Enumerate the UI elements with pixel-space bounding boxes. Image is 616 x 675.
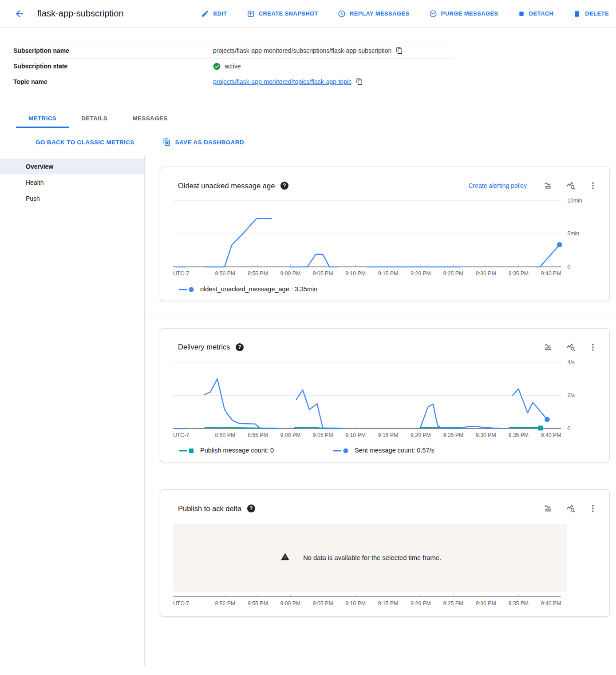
svg-text:9:05 PM: 9:05 PM (313, 270, 333, 277)
edit-button[interactable]: EDIT (201, 10, 227, 18)
svg-text:8:55 PM: 8:55 PM (248, 600, 268, 607)
svg-text:UTC-7: UTC-7 (173, 600, 189, 607)
chart-card-publish-to-ack-delta: Publish to ack delta ? UTC- (160, 489, 610, 616)
waves-icon[interactable] (543, 342, 553, 353)
svg-text:9:25 PM: 9:25 PM (443, 270, 464, 277)
tab-metrics[interactable]: METRICS (16, 109, 69, 128)
subscription-name-label: Subscription name (13, 47, 213, 54)
trash-icon (573, 10, 581, 18)
svg-text:9:25 PM: 9:25 PM (443, 600, 464, 607)
sidebar-item-overview[interactable]: Overview (0, 159, 144, 175)
svg-text:9:35 PM: 9:35 PM (508, 600, 529, 607)
svg-text:No data is available for the s: No data is available for the selected ti… (303, 555, 441, 562)
save-as-dashboard-button[interactable]: SAVE AS DASHBOARD (163, 138, 244, 146)
subscription-name-value: projects/flask-app-monitored/subscriptio… (213, 47, 391, 54)
svg-text:8:50 PM: 8:50 PM (215, 270, 236, 277)
metrics-subtoolbar: GO BACK TO CLASSIC METRICS SAVE AS DASHB… (0, 128, 616, 156)
svg-text:9:10 PM: 9:10 PM (345, 270, 366, 277)
svg-text:9:10 PM: 9:10 PM (345, 600, 366, 607)
go-back-classic-metrics-link[interactable]: GO BACK TO CLASSIC METRICS (36, 139, 134, 146)
svg-text:0: 0 (567, 425, 570, 432)
oldest-unacked-message-age-chart: 05min10minUTC-78:50 PM8:55 PM9:00 PM9:05… (171, 197, 602, 281)
svg-text:9:30 PM: 9:30 PM (476, 600, 496, 607)
svg-text:9:40 PM: 9:40 PM (541, 270, 561, 277)
svg-text:UTC-7: UTC-7 (173, 432, 189, 438)
chart-card-oldest-unacked-message-age: Oldest unacked message age ? Create aler… (160, 167, 610, 301)
subscription-state-row: Subscription state active (13, 58, 454, 74)
history-clock-icon (338, 10, 346, 18)
copy-icon (396, 47, 403, 54)
tab-details[interactable]: DETAILS (69, 109, 120, 128)
topic-link[interactable]: projects/flask-app-monitored/topics/flas… (213, 78, 351, 85)
delete-button[interactable]: DELETE (573, 10, 609, 18)
delivery-metrics-chart: 02/s4/sUTC-78:50 PM8:55 PM9:00 PM9:05 PM… (171, 359, 602, 443)
legend-label: oldest_unacked_message_age : 3.35min (200, 286, 317, 293)
chart-legend: oldest_unacked_message_age : 3.35min (179, 286, 602, 293)
copy-topic-name-button[interactable] (356, 78, 363, 85)
legend-label: Sent message count: 0.57/s (355, 447, 434, 454)
svg-text:9:10 PM: 9:10 PM (345, 432, 366, 438)
pencil-icon (201, 10, 209, 18)
classic-metrics-label: GO BACK TO CLASSIC METRICS (36, 139, 134, 146)
more-vert-icon[interactable] (588, 342, 598, 352)
edit-label: EDIT (213, 10, 227, 17)
legend-marker (179, 286, 195, 293)
subscription-state-value: active (225, 63, 241, 70)
svg-text:9:20 PM: 9:20 PM (411, 270, 431, 277)
stop-square-icon (518, 10, 525, 17)
chart-legend: Publish message count: 0 Sent message co… (179, 447, 602, 454)
waves-icon[interactable] (543, 180, 553, 191)
legend-marker (179, 447, 195, 454)
svg-text:?: ? (249, 506, 253, 512)
chart-title: Publish to ack delta (178, 504, 241, 513)
back-arrow-icon (14, 8, 25, 19)
svg-text:8:50 PM: 8:50 PM (215, 600, 236, 607)
svg-text:UTC-7: UTC-7 (173, 270, 189, 277)
delete-label: DELETE (585, 10, 609, 17)
section-divider (145, 474, 616, 474)
back-button[interactable] (13, 8, 26, 20)
metrics-content: Oldest unacked message age ? Create aler… (145, 156, 616, 666)
help-icon[interactable]: ? (280, 182, 288, 190)
active-check-icon (213, 63, 221, 70)
svg-text:9:00 PM: 9:00 PM (280, 432, 300, 438)
query-stats-icon[interactable] (565, 342, 576, 353)
waves-icon[interactable] (543, 503, 553, 514)
purge-messages-button[interactable]: PURGE MESSAGES (429, 10, 498, 18)
create-snapshot-label: CREATE SNAPSHOT (259, 10, 318, 17)
svg-text:4/s: 4/s (567, 359, 574, 365)
dashboard-copy-icon (163, 138, 171, 146)
svg-text:9:00 PM: 9:00 PM (280, 600, 300, 607)
svg-text:9:00 PM: 9:00 PM (280, 270, 300, 277)
replay-messages-button[interactable]: REPLAY MESSAGES (338, 10, 410, 18)
svg-text:9:20 PM: 9:20 PM (411, 600, 431, 607)
svg-text:9:35 PM: 9:35 PM (508, 432, 529, 438)
legend-item-sent-count[interactable]: Sent message count: 0.57/s (333, 447, 434, 454)
detach-button[interactable]: DETACH (518, 10, 554, 17)
svg-text:9:40 PM: 9:40 PM (541, 600, 561, 607)
svg-text:9:20 PM: 9:20 PM (411, 432, 431, 438)
legend-item-publish-count[interactable]: Publish message count: 0 (179, 447, 333, 454)
more-vert-icon[interactable] (588, 504, 598, 513)
tab-messages[interactable]: MESSAGES (120, 109, 180, 128)
create-alerting-policy-link[interactable]: Create alerting policy (468, 182, 527, 189)
copy-subscription-name-button[interactable] (396, 47, 403, 54)
replay-messages-label: REPLAY MESSAGES (350, 10, 410, 17)
svg-text:8:50 PM: 8:50 PM (215, 432, 236, 438)
more-vert-icon[interactable] (588, 181, 598, 191)
create-snapshot-button[interactable]: CREATE SNAPSHOT (247, 10, 318, 18)
svg-text:9:15 PM: 9:15 PM (378, 270, 399, 277)
help-icon[interactable]: ? (236, 343, 244, 351)
query-stats-icon[interactable] (565, 503, 576, 514)
svg-text:8:55 PM: 8:55 PM (248, 270, 268, 277)
add-box-icon (247, 10, 255, 18)
chart-card-delivery-metrics: Delivery metrics ? 02/s4/sU (160, 328, 610, 463)
svg-text:2/s: 2/s (567, 392, 574, 398)
svg-text:9:35 PM: 9:35 PM (508, 270, 529, 277)
sidebar-item-health[interactable]: Health (0, 175, 144, 191)
help-icon[interactable]: ? (247, 504, 255, 512)
sidebar-item-push[interactable]: Push (0, 191, 144, 206)
purge-messages-label: PURGE MESSAGES (441, 10, 498, 17)
legend-item-oldest-unacked[interactable]: oldest_unacked_message_age : 3.35min (179, 286, 317, 293)
query-stats-icon[interactable] (565, 180, 576, 191)
